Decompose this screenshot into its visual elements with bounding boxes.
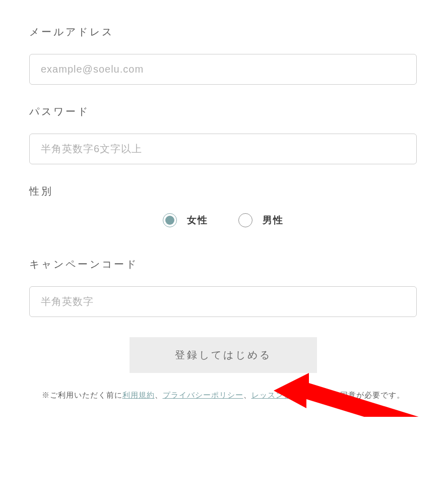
submit-button[interactable]: 登録してはじめる bbox=[130, 337, 317, 373]
gender-radio-male[interactable]: 男性 bbox=[238, 213, 284, 227]
campaign-group: キャンペーンコード bbox=[29, 258, 417, 317]
footer-prefix: ※ご利用いただく前に bbox=[42, 391, 122, 399]
campaign-label: キャンペーンコード bbox=[29, 258, 417, 271]
radio-icon bbox=[163, 213, 177, 227]
gender-group: 性別 女性 男性 bbox=[29, 184, 417, 227]
footer-sep2: 、 bbox=[243, 391, 251, 399]
footer-consent-text: ※ご利用いただく前に利用規約、プライバシーポリシー、レッスン参加同意書への同意が… bbox=[29, 388, 417, 402]
email-group: メールアドレス bbox=[29, 25, 417, 85]
gender-male-label: 男性 bbox=[263, 214, 284, 227]
campaign-code-field[interactable] bbox=[29, 286, 417, 317]
password-field[interactable] bbox=[29, 134, 417, 164]
gender-label: 性別 bbox=[29, 184, 417, 198]
registration-form: メールアドレス パスワード 性別 女性 男性 キャンペーンコード 登録してはじめ… bbox=[29, 25, 417, 402]
gender-radio-group: 女性 男性 bbox=[29, 213, 417, 227]
password-label: パスワード bbox=[29, 105, 417, 118]
gender-radio-female[interactable]: 女性 bbox=[163, 213, 208, 227]
footer-suffix: への同意が必要です。 bbox=[324, 391, 405, 399]
email-label: メールアドレス bbox=[29, 25, 417, 39]
footer-sep1: 、 bbox=[155, 391, 163, 399]
terms-link[interactable]: 利用規約 bbox=[122, 391, 155, 399]
lesson-consent-link[interactable]: レッスン参加同意書 bbox=[251, 391, 324, 399]
privacy-link[interactable]: プライバシーポリシー bbox=[163, 391, 243, 399]
email-field[interactable] bbox=[29, 54, 417, 85]
password-group: パスワード bbox=[29, 105, 417, 164]
radio-icon bbox=[238, 213, 252, 227]
gender-female-label: 女性 bbox=[187, 214, 208, 227]
